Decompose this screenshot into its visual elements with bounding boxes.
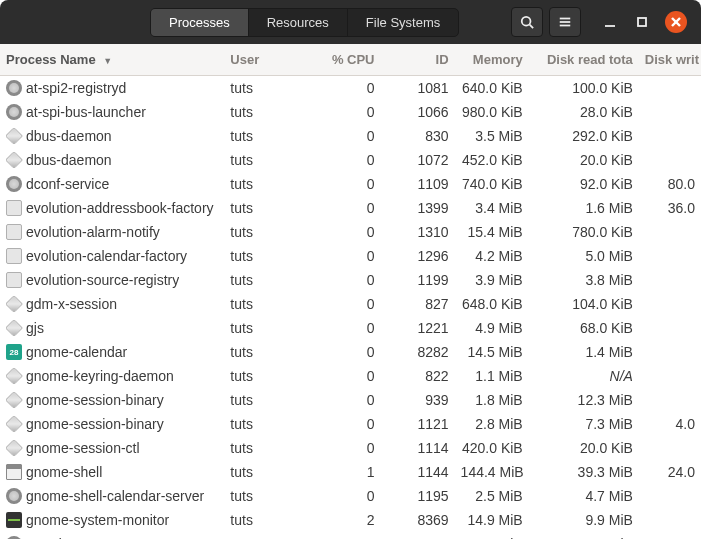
table-row[interactable]: gjstuts012214.9 MiB68.0 KiB [0,316,701,340]
cell-id: 1121 [381,412,455,436]
cell-disk-write-total [639,364,701,388]
cell-mem: 14.5 MiB [455,340,529,364]
table-row[interactable]: gnome-session-ctltuts01114420.0 KiB20.0 … [0,436,701,460]
table-row[interactable]: gnome-shell-calendar-servertuts011952.5 … [0,484,701,508]
col-header-name[interactable]: Process Name ▼ [0,44,224,76]
cell-mem: 3.4 MiB [455,196,529,220]
process-name-label: at-spi-bus-launcher [26,104,146,120]
col-label: Disk writ [645,52,699,67]
cell-disk-write-total [639,436,701,460]
cell-id: 830 [381,124,455,148]
cell-cpu: 0 [308,148,380,172]
table-row[interactable]: goa-daemontuts08995.7 MiB21.9 MiB [0,532,701,540]
cell-process-name: gnome-shell-calendar-server [0,484,224,508]
cell-process-name: gnome-session-binary [0,412,224,436]
cell-disk-write-total [639,484,701,508]
cell-mem: 4.9 MiB [455,316,529,340]
table-row[interactable]: dbus-daemontuts01072452.0 KiB20.0 KiB [0,148,701,172]
cell-id: 822 [381,364,455,388]
col-label: Memory [473,52,523,67]
hamburger-icon [558,15,572,29]
menu-button[interactable] [549,7,581,37]
gear-icon [6,488,22,504]
cell-user: tuts [224,412,308,436]
monitor-icon [6,512,22,528]
table-row[interactable]: gnome-session-binarytuts011212.8 MiB7.3 … [0,412,701,436]
col-header-id[interactable]: ID [381,44,455,76]
table-row[interactable]: at-spi-bus-launchertuts01066980.0 KiB28.… [0,100,701,124]
cell-disk-read-total: 3.8 MiB [529,268,639,292]
cell-user: tuts [224,484,308,508]
tab-resources[interactable]: Resources [249,9,348,36]
cell-mem: 15.4 MiB [455,220,529,244]
process-name-label: evolution-source-registry [26,272,179,288]
process-name-label: gjs [26,320,44,336]
mail-icon [6,272,22,288]
col-header-dwt[interactable]: Disk writ [639,44,701,76]
search-icon [520,15,534,29]
search-button[interactable] [511,7,543,37]
gear-icon [6,104,22,120]
process-name-label: dbus-daemon [26,152,112,168]
cell-disk-read-total: N/A [529,364,639,388]
col-header-drt[interactable]: Disk read tota [529,44,639,76]
col-header-cpu[interactable]: % CPU [308,44,380,76]
process-name-label: gnome-calendar [26,344,127,360]
cell-user: tuts [224,124,308,148]
cell-disk-read-total: 20.0 KiB [529,148,639,172]
cell-user: tuts [224,268,308,292]
mail-icon [6,248,22,264]
tab-processes[interactable]: Processes [151,9,249,36]
cell-disk-read-total: 104.0 KiB [529,292,639,316]
cell-disk-read-total: 100.0 KiB [529,76,639,100]
cell-user: tuts [224,244,308,268]
col-header-mem[interactable]: Memory [455,44,529,76]
cell-disk-write-total [639,124,701,148]
table-row[interactable]: at-spi2-registrydtuts01081640.0 KiB100.0… [0,76,701,100]
diamond-icon [6,416,23,432]
diamond-icon [6,152,23,168]
table-row[interactable]: evolution-calendar-factorytuts012964.2 M… [0,244,701,268]
cell-mem: 3.9 MiB [455,268,529,292]
table-row[interactable]: dconf-servicetuts01109740.0 KiB92.0 KiB8… [0,172,701,196]
mail-icon [6,200,22,216]
col-header-user[interactable]: User [224,44,308,76]
cell-cpu: 0 [308,364,380,388]
cell-disk-write-total [639,148,701,172]
process-name-label: gnome-system-monitor [26,512,169,528]
table-row[interactable]: gnome-shelltuts11144144.4 MiB39.3 MiB24.… [0,460,701,484]
cell-id: 1399 [381,196,455,220]
table-row[interactable]: evolution-source-registrytuts011993.9 Mi… [0,268,701,292]
cell-user: tuts [224,196,308,220]
process-table[interactable]: Process Name ▼ User % CPU ID Memory Disk… [0,44,701,539]
mail-icon [6,224,22,240]
table-row[interactable]: gdm-x-sessiontuts0827648.0 KiB104.0 KiB [0,292,701,316]
window-maximize[interactable] [633,13,651,31]
process-name-label: evolution-alarm-notify [26,224,160,240]
cell-id: 899 [381,532,455,540]
table-row[interactable]: gnome-keyring-daemontuts08221.1 MiBN/A [0,364,701,388]
window-close[interactable] [665,11,687,33]
table-row[interactable]: dbus-daemontuts08303.5 MiB292.0 KiB [0,124,701,148]
table-row[interactable]: evolution-alarm-notifytuts0131015.4 MiB7… [0,220,701,244]
cell-disk-read-total: 7.3 MiB [529,412,639,436]
window-minimize[interactable] [601,13,619,31]
cell-user: tuts [224,532,308,540]
table-row[interactable]: gnome-calendartuts0828214.5 MiB1.4 MiB [0,340,701,364]
cell-cpu: 0 [308,100,380,124]
tab-label: Resources [267,15,329,30]
col-label: Disk read tota [547,52,633,67]
table-row[interactable]: gnome-session-binarytuts09391.8 MiB12.3 … [0,388,701,412]
table-row[interactable]: evolution-addressbook-factorytuts013993.… [0,196,701,220]
cell-id: 1221 [381,316,455,340]
table-row[interactable]: gnome-system-monitortuts2836914.9 MiB9.9… [0,508,701,532]
cell-cpu: 0 [308,244,380,268]
cell-cpu: 2 [308,508,380,532]
diamond-icon [6,296,23,312]
cell-disk-read-total: 1.4 MiB [529,340,639,364]
process-name-label: gnome-session-binary [26,392,164,408]
cell-id: 1072 [381,148,455,172]
tab-file-systems[interactable]: File Systems [348,9,458,36]
cell-user: tuts [224,508,308,532]
cell-disk-write-total: 80.0 [639,172,701,196]
